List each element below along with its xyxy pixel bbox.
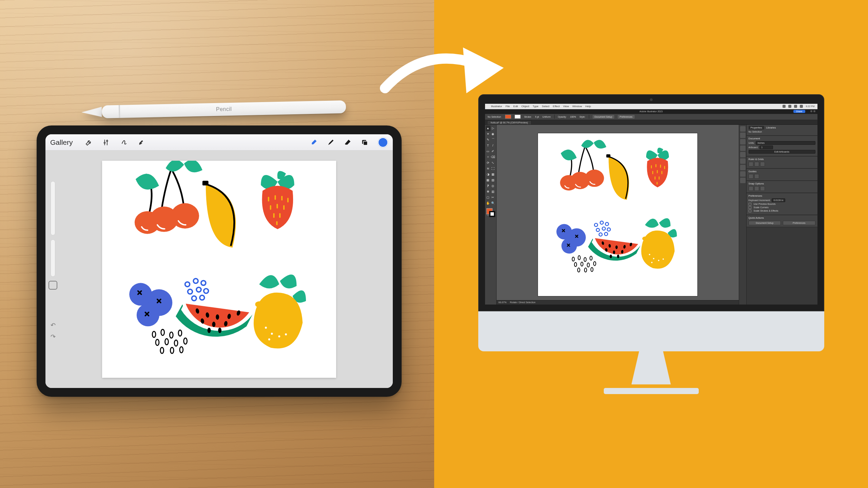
layers-icon[interactable] bbox=[361, 139, 368, 146]
snap-point-icon[interactable] bbox=[754, 186, 759, 191]
doc-setup-button[interactable]: Document Setup bbox=[593, 115, 614, 119]
zoom-tool-icon[interactable]: 🔍 bbox=[490, 200, 496, 206]
redo-icon[interactable]: ↷ bbox=[49, 333, 57, 340]
preferences-button[interactable]: Preferences bbox=[618, 115, 635, 119]
document-tabs[interactable]: fruits.ai* @ 66.7% (CMYK/Preview) bbox=[485, 120, 817, 125]
workspace-icon[interactable] bbox=[813, 110, 815, 112]
brush-tool-icon[interactable]: ✐ bbox=[490, 149, 496, 154]
width-tool-icon[interactable]: ≋ bbox=[486, 166, 490, 172]
stroke-panel-icon[interactable] bbox=[740, 152, 746, 157]
document-tab[interactable]: fruits.ai* @ 66.7% (CMYK/Preview) bbox=[487, 120, 532, 124]
free-transform-icon[interactable]: ⛶ bbox=[490, 166, 496, 172]
direct-selection-tool-icon[interactable]: ▷ bbox=[490, 125, 496, 131]
stroke-profile[interactable]: Uniform bbox=[542, 116, 551, 118]
transform-icon[interactable] bbox=[138, 139, 146, 146]
procreate-workspace[interactable]: ↶ ↷ bbox=[45, 151, 393, 388]
graph-tool-icon[interactable]: ▥ bbox=[490, 189, 496, 195]
transparency-panel-icon[interactable] bbox=[740, 165, 746, 170]
slice-tool-icon[interactable]: ✂ bbox=[490, 195, 496, 200]
share-button[interactable]: Share bbox=[793, 110, 805, 113]
eyedropper-icon[interactable]: ⁋ bbox=[486, 183, 490, 189]
doc-setup-button[interactable]: Document Setup bbox=[749, 221, 781, 225]
hand-tool-icon[interactable]: ✋ bbox=[486, 200, 490, 206]
menu-item[interactable]: View bbox=[563, 105, 569, 108]
menu-item[interactable]: Effect bbox=[553, 105, 560, 108]
edit-artboards-button[interactable]: Edit Artboards bbox=[749, 150, 815, 154]
collapsed-panels-dock[interactable] bbox=[739, 125, 746, 305]
opacity-field[interactable]: 100% bbox=[570, 116, 576, 118]
fill-stroke-control[interactable] bbox=[486, 208, 496, 218]
gradient-tool-icon[interactable]: ▨ bbox=[490, 177, 496, 183]
lock-guides-icon[interactable] bbox=[754, 174, 759, 179]
curvature-tool-icon[interactable]: ⌒ bbox=[490, 137, 496, 143]
blend-tool-icon[interactable]: ◎ bbox=[490, 183, 496, 189]
stroke-weight-field[interactable]: 5 pt bbox=[535, 116, 539, 118]
illustrator-artboard[interactable] bbox=[538, 133, 697, 296]
checkbox[interactable] bbox=[749, 210, 751, 212]
properties-panel[interactable]: Properties Libraries No Selection bbox=[747, 125, 817, 136]
menu-item[interactable]: File bbox=[505, 105, 510, 108]
menu-item[interactable]: Edit bbox=[513, 105, 518, 108]
transparency-grid-icon[interactable] bbox=[760, 162, 765, 167]
artboard-tool-icon[interactable]: ▢ bbox=[486, 195, 490, 200]
gradient-panel-icon[interactable] bbox=[740, 158, 746, 164]
eraser-tool-icon[interactable]: ⌫ bbox=[490, 154, 496, 160]
pen-tool-icon[interactable]: ✎ bbox=[486, 137, 490, 143]
type-tool-icon[interactable]: T bbox=[486, 143, 490, 149]
eraser-icon[interactable] bbox=[344, 139, 351, 146]
appearance-panel-icon[interactable] bbox=[740, 171, 746, 177]
zoom-level[interactable]: 66.67% bbox=[499, 301, 507, 304]
symbol-spray-icon[interactable]: ❋ bbox=[486, 189, 490, 195]
line-tool-icon[interactable]: / bbox=[490, 143, 496, 149]
menu-item[interactable]: Window bbox=[572, 105, 582, 108]
mesh-tool-icon[interactable]: ▦ bbox=[486, 177, 490, 183]
stroke-swatch[interactable] bbox=[515, 115, 521, 119]
artboard-field[interactable]: 1 bbox=[759, 145, 773, 149]
gallery-button[interactable]: Gallery bbox=[50, 138, 73, 147]
brush-size-slider[interactable] bbox=[51, 181, 55, 235]
menu-item[interactable]: Illustrator bbox=[491, 105, 502, 108]
adjustments-icon[interactable] bbox=[103, 139, 110, 146]
brush-icon[interactable] bbox=[310, 139, 317, 146]
checkbox[interactable] bbox=[749, 206, 751, 209]
pref-option[interactable]: Scale Corners bbox=[754, 206, 769, 209]
color-panel-icon[interactable] bbox=[740, 126, 746, 132]
layers-panel-icon[interactable] bbox=[740, 178, 746, 183]
rectangle-tool-icon[interactable]: ▭ bbox=[486, 149, 490, 154]
search-icon[interactable] bbox=[810, 110, 812, 112]
scale-tool-icon[interactable]: ⤡ bbox=[490, 160, 496, 166]
modify-button[interactable] bbox=[49, 281, 57, 290]
undo-icon[interactable]: ↶ bbox=[49, 321, 57, 329]
preferences-button[interactable]: Preferences bbox=[783, 221, 815, 225]
brushes-panel-icon[interactable] bbox=[740, 139, 746, 144]
procreate-canvas[interactable] bbox=[102, 161, 336, 378]
selection-tool-icon[interactable]: ▲ bbox=[486, 125, 490, 131]
swatches-panel-icon[interactable] bbox=[740, 133, 746, 138]
selection-icon[interactable] bbox=[120, 139, 128, 146]
color-picker-dot[interactable] bbox=[378, 137, 388, 148]
illustrator-canvas-area[interactable]: 66.67% Rotate / Direct Selection bbox=[497, 125, 739, 305]
perspective-icon[interactable]: ▦ bbox=[490, 172, 496, 177]
fill-swatch[interactable] bbox=[505, 115, 511, 119]
show-guides-icon[interactable] bbox=[749, 174, 753, 179]
shaper-tool-icon[interactable]: ✧ bbox=[486, 154, 490, 160]
tools-panel[interactable]: ▲ ▷ ✦ ◉ ✎ ⌒ T / ▭ ✐ ✧ ⌫ ⟳ ⤡ ≋ bbox=[485, 125, 497, 305]
menu-item[interactable]: Help bbox=[585, 105, 591, 108]
pref-option[interactable]: Use Preview Bounds bbox=[754, 203, 776, 205]
snap-grid-icon[interactable] bbox=[760, 186, 765, 191]
libraries-tab[interactable]: Libraries bbox=[766, 126, 776, 129]
rotate-tool-icon[interactable]: ⟳ bbox=[486, 160, 490, 166]
grid-icon[interactable] bbox=[754, 162, 759, 167]
smudge-icon[interactable] bbox=[327, 139, 334, 146]
checkbox[interactable] bbox=[749, 203, 751, 206]
pref-option[interactable]: Scale Strokes & Effects bbox=[754, 210, 778, 212]
magic-wand-icon[interactable]: ✦ bbox=[486, 131, 490, 137]
menu-item[interactable]: Type bbox=[533, 105, 538, 108]
control-bar[interactable]: No Selection Stroke: 5 pt Uniform Opacit… bbox=[485, 114, 817, 120]
properties-tab[interactable]: Properties bbox=[749, 126, 764, 130]
mac-menubar[interactable]: Illustrator File Edit Object Type Select… bbox=[485, 104, 817, 109]
lasso-icon[interactable]: ◉ bbox=[490, 131, 496, 137]
menu-item[interactable]: Select bbox=[542, 105, 549, 108]
wrench-icon[interactable] bbox=[85, 139, 93, 146]
units-field[interactable]: Inches bbox=[756, 141, 815, 145]
